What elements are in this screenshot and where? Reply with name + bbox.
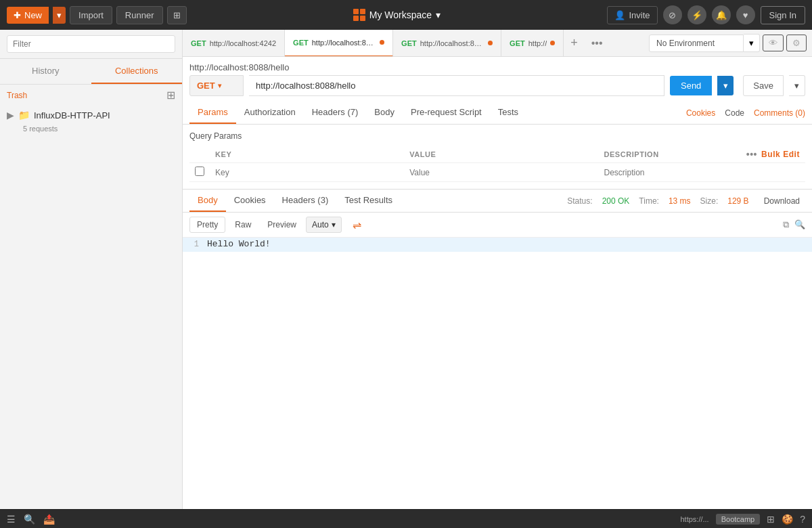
request-tab-1[interactable]: GET http://localhost:8088: [285, 30, 393, 57]
person-icon: 👤: [614, 10, 625, 20]
env-gear-button[interactable]: ⚙: [786, 35, 807, 51]
tab-authorization[interactable]: Authorization: [236, 102, 304, 124]
request-area: GET http://localhost:4242 GET http://loc…: [183, 30, 812, 509]
tab-dot-1: [380, 40, 384, 45]
more-tabs-button[interactable]: •••: [585, 37, 610, 49]
workspace-chevron-icon: ▾: [436, 9, 441, 20]
trash-link[interactable]: Trash: [7, 91, 27, 100]
search-icon[interactable]: 🔍: [794, 219, 805, 230]
bootcamp-button[interactable]: Bootcamp: [716, 514, 761, 525]
value-input[interactable]: [409, 168, 593, 177]
sign-in-label: Sign In: [769, 10, 796, 20]
request-tab-0[interactable]: GET http://localhost:4242: [183, 30, 285, 57]
layout-button[interactable]: ⊞: [167, 6, 187, 24]
params-more-icon[interactable]: •••: [746, 149, 757, 160]
runner-button[interactable]: Runner: [116, 6, 163, 24]
tab-collections[interactable]: Collections: [91, 59, 183, 84]
env-dropdown-arrow[interactable]: ▾: [744, 34, 760, 52]
save-dropdown-button[interactable]: ▾: [789, 75, 805, 96]
key-cell: [210, 163, 404, 182]
tabs-bar: GET http://localhost:4242 GET http://loc…: [183, 30, 812, 57]
tab-params[interactable]: Params: [189, 102, 236, 124]
response-tab-tests[interactable]: Test Results: [336, 190, 401, 212]
tab-tests[interactable]: Tests: [490, 102, 526, 124]
line-number-1: 1: [183, 238, 207, 252]
method-selector[interactable]: GET ▾: [189, 75, 244, 96]
request-tab-2[interactable]: GET http://localhost:8088: [393, 30, 501, 57]
collection-item[interactable]: ▶ 📁 InfluxDB-HTTP-API: [0, 106, 182, 125]
env-eye-button[interactable]: 👁: [763, 35, 784, 51]
tab-pre-request[interactable]: Pre-request Script: [403, 102, 490, 124]
import-button[interactable]: Import: [70, 6, 112, 24]
invite-button[interactable]: 👤 Invite: [607, 6, 657, 24]
format-tab-preview[interactable]: Preview: [261, 217, 303, 232]
response-tab-cookies[interactable]: Cookies: [226, 190, 274, 212]
save-button[interactable]: Save: [743, 75, 784, 96]
wrap-lines-icon[interactable]: ⇌: [353, 219, 361, 232]
response-tab-body[interactable]: Body: [189, 190, 226, 212]
help-icon[interactable]: ?: [800, 514, 805, 525]
main-area: History Collections Trash ⊞ ▶ 📁 InfluxDB…: [0, 30, 812, 509]
runner-label: Runner: [125, 10, 154, 20]
avatar-icon[interactable]: ⊘: [663, 5, 682, 24]
folder-icon: ▶: [7, 110, 14, 120]
key-input[interactable]: [215, 168, 399, 177]
add-tab-button[interactable]: +: [564, 36, 585, 50]
new-folder-button[interactable]: ⊞: [166, 89, 175, 102]
send-button[interactable]: Send: [670, 76, 712, 95]
search-bottom-icon[interactable]: 🔍: [24, 514, 35, 525]
time-label: Time:: [639, 196, 659, 206]
send-dropdown-button[interactable]: ▾: [717, 76, 734, 95]
sidebar-search-container: [0, 30, 182, 59]
lightning-icon[interactable]: ⚡: [687, 5, 706, 24]
description-input[interactable]: [604, 168, 800, 177]
url-input[interactable]: [249, 75, 664, 96]
new-label: New: [24, 10, 42, 20]
download-button[interactable]: Download: [759, 195, 805, 207]
bell-icon[interactable]: 🔔: [712, 5, 731, 24]
response-tab-headers[interactable]: Headers (3): [274, 190, 337, 212]
url-bottom-display: https://...: [680, 515, 708, 523]
sidebar-toggle-icon[interactable]: ☰: [7, 514, 16, 525]
copy-icon[interactable]: ⧉: [783, 219, 789, 230]
new-button[interactable]: ✚ New: [7, 7, 49, 24]
send-bottom-icon[interactable]: 📤: [43, 514, 55, 525]
method-label: GET: [197, 81, 215, 91]
size-label: Size:: [700, 196, 719, 206]
sidebar-tabs: History Collections: [0, 59, 182, 85]
response-body: 1 Hello World!: [183, 238, 812, 509]
tab-headers[interactable]: Headers (7): [304, 102, 367, 124]
comments-link[interactable]: Comments (0): [754, 108, 805, 118]
env-dropdown[interactable]: No Environment: [649, 35, 744, 52]
layout-bottom-icon[interactable]: ⊞: [767, 514, 775, 525]
format-select[interactable]: Auto ▾: [306, 217, 342, 233]
format-tab-pretty[interactable]: Pretty: [189, 217, 225, 233]
cookies-bottom-icon[interactable]: 🍪: [782, 514, 793, 525]
bottom-bar: ☰ 🔍 📤 https://... Bootcamp ⊞ 🍪 ?: [0, 509, 812, 528]
desc-col-header: DESCRIPTION ••• Bulk Edit: [598, 146, 805, 163]
row-checkbox[interactable]: [195, 167, 204, 176]
topbar-right: 👤 Invite ⊘ ⚡ 🔔 ♥ Sign In: [607, 5, 805, 24]
heart-icon[interactable]: ♥: [736, 5, 755, 24]
filter-input[interactable]: [7, 35, 175, 53]
tab-dot-2: [488, 41, 493, 45]
code-link[interactable]: Code: [725, 108, 744, 118]
body-action-icons: ⧉ 🔍: [783, 219, 805, 230]
bulk-edit-button[interactable]: Bulk Edit: [761, 150, 800, 159]
tab-history[interactable]: History: [0, 59, 91, 84]
workspace-button[interactable]: My Workspace ▾: [353, 9, 441, 21]
tab-body[interactable]: Body: [366, 102, 403, 124]
new-dropdown-button[interactable]: ▾: [53, 7, 66, 24]
key-col-header: KEY: [210, 146, 404, 163]
line-content-1: Hello World!: [207, 238, 271, 252]
environment-selector[interactable]: No Environment ▾: [649, 34, 760, 52]
url-request-row: GET ▾ Send ▾ Save ▾: [183, 75, 812, 102]
request-tab-3[interactable]: GET http://: [501, 30, 564, 57]
cookies-link[interactable]: Cookies: [686, 108, 715, 118]
table-row: [189, 163, 805, 182]
format-tab-raw[interactable]: Raw: [228, 217, 258, 232]
topbar-center: My Workspace ▾: [191, 9, 604, 21]
response-status-bar: Status: 200 OK Time: 13 ms Size: 129 B D…: [567, 195, 805, 207]
value-cell: [404, 163, 598, 182]
sign-in-button[interactable]: Sign In: [761, 6, 805, 24]
